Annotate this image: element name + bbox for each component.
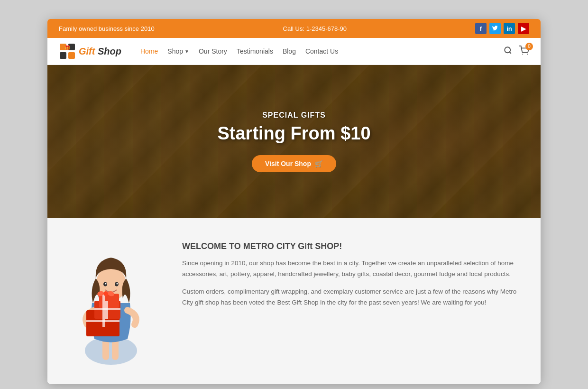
- nav-blog[interactable]: Blog: [283, 47, 296, 55]
- top-bar: Family owned business since 2010 Call Us…: [47, 19, 541, 38]
- svg-rect-24: [94, 308, 120, 310]
- hero-cta-button[interactable]: Visit Our Shop 🛒: [252, 155, 336, 172]
- welcome-image-area: [59, 237, 163, 365]
- svg-text:🎁: 🎁: [64, 45, 71, 51]
- cart-badge: 0: [525, 43, 533, 50]
- facebook-icon[interactable]: f: [475, 23, 487, 34]
- nav-actions: 0: [504, 46, 529, 57]
- twitter-icon[interactable]: [489, 23, 501, 34]
- search-button[interactable]: [504, 46, 512, 57]
- svg-point-8: [527, 54, 528, 55]
- linkedin-icon[interactable]: in: [504, 23, 515, 34]
- nav-links: Home Shop ▼ Our Story Testimonials Blog …: [140, 47, 504, 55]
- svg-rect-20: [99, 294, 119, 308]
- nav-contact[interactable]: Contact Us: [305, 47, 338, 55]
- nav-our-story[interactable]: Our Story: [199, 47, 227, 55]
- svg-line-6: [509, 52, 511, 53]
- logo-text: Gift Shop: [79, 46, 121, 57]
- hero-section: SPECIAL GIFTS Starting From $10 Visit Ou…: [47, 65, 541, 218]
- hero-title: Starting From $10: [217, 123, 370, 144]
- woman-with-gifts-illustration: [64, 237, 158, 365]
- welcome-section: WELCOME TO METRO CITY Gift SHOP! Since o…: [47, 218, 541, 384]
- browser-window: Family owned business since 2010 Call Us…: [47, 19, 541, 384]
- svg-point-5: [505, 47, 510, 53]
- svg-rect-2: [60, 52, 66, 59]
- welcome-paragraph-1: Since opening in 2010, our shop has beco…: [182, 258, 529, 280]
- svg-rect-3: [68, 52, 75, 59]
- welcome-text-area: WELCOME TO METRO CITY Gift SHOP! Since o…: [182, 237, 529, 315]
- nav-testimonials[interactable]: Testimonials: [237, 47, 273, 55]
- logo-gift: Gift: [79, 46, 95, 56]
- svg-point-7: [522, 54, 523, 55]
- nav-home[interactable]: Home: [140, 47, 158, 55]
- svg-point-16: [105, 283, 107, 285]
- nav-shop[interactable]: Shop ▼: [167, 47, 189, 55]
- logo-icon: 🎁: [59, 43, 76, 60]
- svg-point-17: [117, 283, 118, 285]
- shop-dropdown-arrow: ▼: [184, 49, 189, 54]
- svg-rect-22: [86, 320, 119, 322]
- hero-content: SPECIAL GIFTS Starting From $10 Visit Ou…: [217, 111, 370, 172]
- welcome-paragraph-2: Custom orders, complimentary gift wrappi…: [182, 287, 529, 308]
- cart-button[interactable]: 0: [519, 46, 529, 57]
- cart-icon-hero: 🛒: [315, 160, 323, 167]
- youtube-icon[interactable]: ▶: [518, 23, 529, 34]
- top-bar-business-tagline: Family owned business since 2010: [59, 25, 155, 32]
- logo-shop-italic: Shop: [98, 46, 121, 56]
- logo[interactable]: 🎁 Gift Shop: [59, 43, 121, 60]
- nav-bar: 🎁 Gift Shop Home Shop ▼ Our Story Testim…: [47, 38, 541, 65]
- welcome-title: WELCOME TO METRO CITY Gift SHOP!: [182, 241, 529, 251]
- svg-point-27: [103, 291, 108, 296]
- hero-subtitle: SPECIAL GIFTS: [217, 111, 370, 120]
- hero-cta-label: Visit Our Shop: [265, 160, 311, 167]
- social-links: f in ▶: [475, 23, 529, 34]
- top-bar-phone: Call Us: 1-2345-678-90: [283, 25, 347, 32]
